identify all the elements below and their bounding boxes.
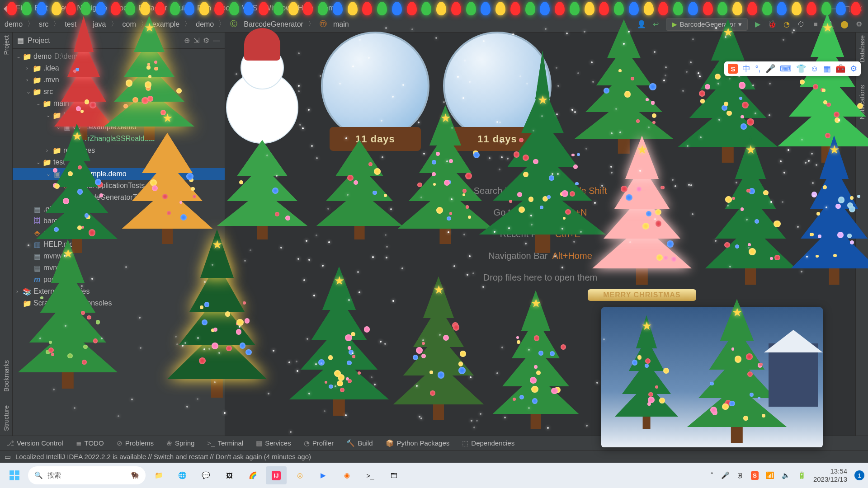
ime-emoji-icon[interactable]: ☺ xyxy=(811,64,819,74)
expand-all-icon[interactable]: ⇲ xyxy=(193,36,199,45)
tree-row[interactable]: ⌄📁demoD:\demo xyxy=(13,51,225,62)
crumb-com[interactable]: com xyxy=(123,20,136,28)
tree-row[interactable]: ⬘demo.iml xyxy=(13,227,225,239)
btab-problems[interactable]: ⊘Problems xyxy=(117,439,154,447)
ime-mic-icon[interactable]: 🎤 xyxy=(765,64,775,74)
menu-window[interactable]: Window xyxy=(264,4,291,13)
hide-icon[interactable]: — xyxy=(213,37,220,45)
menu-run[interactable]: Run xyxy=(197,4,211,13)
tree-arrow-icon[interactable]: ⌄ xyxy=(46,112,52,118)
run-button[interactable]: ▶ xyxy=(753,20,762,29)
select-opened-file-icon[interactable]: ⊕ xyxy=(184,36,190,45)
btab-profiler[interactable]: ◔Profiler xyxy=(304,439,334,447)
run-config-selector[interactable]: ▶ BarcodeGenerator ▾ xyxy=(666,18,748,31)
tree-row[interactable]: ⒸBarcodeGeneratorTests xyxy=(13,192,225,203)
btab-dependencies[interactable]: ⬚Dependencies xyxy=(462,439,514,447)
crumb-src[interactable]: src xyxy=(39,20,48,28)
ime-shirt-icon[interactable]: 👕 xyxy=(796,64,806,74)
tree-arrow-icon[interactable]: › xyxy=(26,77,33,83)
gutter-project[interactable]: Project xyxy=(3,35,10,55)
menu-view[interactable]: View xyxy=(54,4,71,13)
tray-wifi-icon[interactable]: 📶 xyxy=(766,471,774,479)
crumb-test[interactable]: test xyxy=(65,20,76,28)
ime-lang[interactable]: 中 xyxy=(742,63,750,74)
tree-row[interactable]: ⒸDemoApplicationTests xyxy=(13,180,225,192)
user-icon[interactable]: 👤 xyxy=(637,20,646,29)
ide-update-icon[interactable]: ⬤ xyxy=(840,20,849,29)
tree-arrow-icon[interactable]: ⌄ xyxy=(26,89,33,95)
tree-row[interactable]: ⌄📁java xyxy=(13,109,225,121)
gutter-notifications[interactable]: Notifications xyxy=(859,85,866,119)
taskbar-search[interactable]: 🔍 搜索 🦬 xyxy=(28,466,146,484)
gutter-structure[interactable]: Structure xyxy=(3,405,10,431)
menu-navigate[interactable]: Navigate xyxy=(77,4,107,13)
tray-clock[interactable]: 13:54 2023/12/13 xyxy=(813,467,847,483)
tray-chevron-icon[interactable]: ˄ xyxy=(710,471,714,479)
tree-arrow-icon[interactable]: › xyxy=(16,288,23,295)
tb-app5[interactable]: 🗔 xyxy=(383,466,404,484)
tb-app3[interactable]: ▶ xyxy=(313,466,334,484)
debug-button[interactable]: 🐞 xyxy=(768,20,777,29)
tree-arrow-icon[interactable]: ⌄ xyxy=(36,159,42,165)
tree-row[interactable]: ⌄▣com.example.demo xyxy=(13,168,225,180)
ime-punct-icon[interactable]: °, xyxy=(755,64,760,74)
ime-grid-icon[interactable]: ▦ xyxy=(823,64,831,74)
tray-safe-icon[interactable]: ⛨ xyxy=(737,472,744,479)
tree-arrow-icon[interactable]: › xyxy=(46,147,52,154)
tree-row[interactable]: ›📚External Libraries xyxy=(13,286,225,297)
tree-row[interactable]: ⒸTrZhanglaSSRealdata xyxy=(13,133,225,145)
btab-todo[interactable]: ≣TODO xyxy=(76,439,104,447)
settings-icon[interactable]: ⚙ xyxy=(854,20,863,29)
ime-keyboard-icon[interactable]: ⌨ xyxy=(780,64,792,74)
btab-build[interactable]: 🔨Build xyxy=(346,439,373,447)
crumb-main[interactable]: main xyxy=(333,20,349,28)
tree-row[interactable]: ▤mvnw.cmd xyxy=(13,262,225,274)
profile-button[interactable]: ⏱ xyxy=(797,20,806,29)
tb-explorer[interactable]: 📁 xyxy=(148,466,169,484)
tree-row[interactable]: ›📁resources xyxy=(13,145,225,156)
tree-row[interactable]: 🖼barcode.png xyxy=(13,215,225,227)
tree-row[interactable]: mpom.xml xyxy=(13,274,225,286)
start-button[interactable] xyxy=(4,466,25,484)
tray-notification-badge[interactable]: 1 xyxy=(854,470,864,480)
tree-row[interactable]: ›📁.mvn xyxy=(13,74,225,86)
btab-services[interactable]: ▦Services xyxy=(256,439,291,447)
crumb-example[interactable]: example xyxy=(152,20,179,28)
menu-vcs[interactable]: VCS xyxy=(242,4,258,13)
status-text[interactable]: Localized IntelliJ IDEA 2022.2.2 is avai… xyxy=(15,453,311,460)
menu-file[interactable]: File xyxy=(16,4,28,13)
btab-python-packages[interactable]: 📦Python Packages xyxy=(386,439,450,447)
breadcrumb[interactable]: demo〉src〉test〉java〉com〉example〉demo〉ⒸBar… xyxy=(5,19,349,29)
crumb-demo[interactable]: demo xyxy=(5,20,23,28)
btab-version-control[interactable]: ⎇Version Control xyxy=(6,439,63,447)
search-icon[interactable]: 🔍 xyxy=(826,20,835,29)
btab-spring[interactable]: ❀Spring xyxy=(166,439,194,447)
gear-icon[interactable]: ⚙ xyxy=(203,36,209,45)
tree-row[interactable]: ▤mvnw xyxy=(13,250,225,262)
tree-row[interactable]: 📁Scratches and Consoles xyxy=(13,297,225,309)
tb-edge[interactable]: 🌐 xyxy=(172,466,193,484)
gutter-database[interactable]: Database xyxy=(859,35,866,62)
crumb-barcodegenerator[interactable]: BarcodeGenerator xyxy=(244,20,303,28)
ime-settings-icon[interactable]: ⚙ xyxy=(850,64,857,74)
tb-chrome[interactable]: 🌈 xyxy=(242,466,263,484)
tree-arrow-icon[interactable]: ⌄ xyxy=(16,53,23,60)
maximize-icon[interactable]: ▢ xyxy=(844,4,852,12)
gutter-bookmarks[interactable]: Bookmarks xyxy=(3,360,10,392)
tree-arrow-icon[interactable]: › xyxy=(26,65,33,71)
tray-volume-icon[interactable]: 🔈 xyxy=(782,471,790,479)
menu-tools[interactable]: Tools xyxy=(217,4,236,13)
tree-row[interactable]: ⌄📁test xyxy=(13,156,225,168)
close-icon[interactable]: ✕ xyxy=(856,4,864,12)
crumb-demo[interactable]: demo xyxy=(196,20,214,28)
tb-app2[interactable]: ◎ xyxy=(289,466,310,484)
menu-edit[interactable]: Edit xyxy=(34,4,47,13)
tree-arrow-icon[interactable]: ⌄ xyxy=(46,171,52,177)
tree-row[interactable]: ⌄▣com.example.demo xyxy=(13,121,225,133)
tray-sogou-icon[interactable]: S xyxy=(751,471,759,480)
tree-row[interactable]: ›📁.idea xyxy=(13,62,225,74)
tray-battery-icon[interactable]: 🔋 xyxy=(797,471,806,479)
menu-demo[interactable]: demo xyxy=(320,4,339,13)
project-tree[interactable]: ⌄📁demoD:\demo›📁.idea›📁.mvn⌄📁src⌄📁main⌄📁j… xyxy=(13,49,225,436)
coverage-button[interactable]: ◔ xyxy=(782,20,791,29)
